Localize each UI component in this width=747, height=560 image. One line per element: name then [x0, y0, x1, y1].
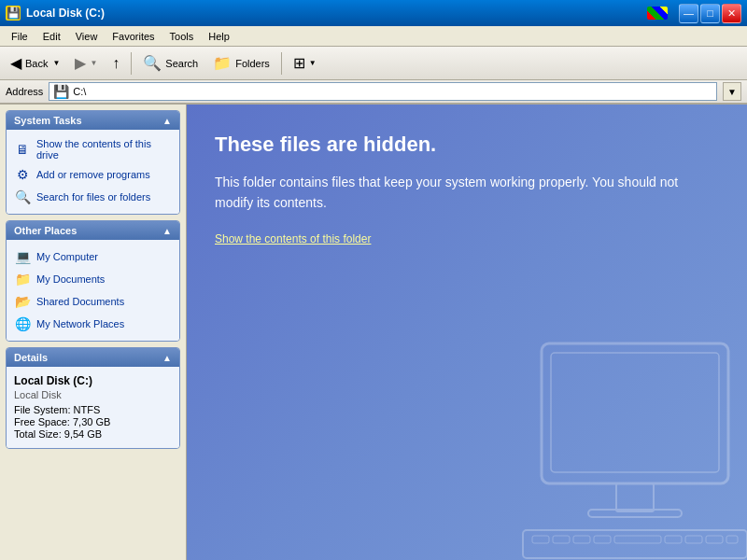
search-label: Search	[165, 58, 198, 69]
task-show-contents[interactable]: 🖥 Show the contents of this drive	[10, 135, 176, 163]
address-go-button[interactable]: ▼	[723, 82, 741, 101]
my-documents-label: My Documents	[36, 273, 105, 285]
svg-rect-10	[665, 536, 682, 543]
left-panel: System Tasks ▲ 🖥 Show the contents of th…	[0, 105, 187, 560]
menu-favorites[interactable]: Favorites	[105, 29, 162, 44]
task-add-remove-label: Add or remove programs	[36, 169, 150, 180]
maximize-button[interactable]: □	[700, 4, 720, 23]
show-contents-link[interactable]: Show the contents of this folder	[215, 232, 719, 245]
views-button[interactable]: ⊞ ▼	[287, 50, 323, 76]
system-tasks-collapse-icon[interactable]: ▲	[162, 116, 172, 126]
minimize-button[interactable]: —	[679, 4, 698, 23]
svg-rect-7	[573, 536, 590, 543]
details-filesystem: File System: NTFS	[14, 404, 172, 415]
system-tasks-section: System Tasks ▲ 🖥 Show the contents of th…	[6, 110, 180, 215]
other-places-header[interactable]: Other Places ▲	[7, 221, 179, 240]
other-network-places[interactable]: 🌐 My Network Places	[10, 313, 176, 335]
folders-icon: 📁	[213, 54, 232, 72]
menu-edit[interactable]: Edit	[35, 29, 68, 44]
svg-rect-1	[551, 353, 719, 472]
svg-rect-13	[726, 536, 738, 543]
back-icon: ◀	[10, 54, 21, 72]
address-bar: Address 💾 C:\ ▼	[0, 80, 747, 105]
menu-help[interactable]: Help	[201, 29, 237, 44]
task-add-remove[interactable]: ⚙ Add or remove programs	[10, 163, 176, 186]
title-bar-left: 💾 Local Disk (C:)	[6, 6, 105, 21]
svg-rect-4	[523, 530, 747, 558]
title-bar-text: Local Disk (C:)	[26, 7, 105, 20]
menu-tools[interactable]: Tools	[162, 29, 202, 44]
system-tasks-body: 🖥 Show the contents of this drive ⚙ Add …	[7, 130, 179, 214]
menu-bar: File Edit View Favorites Tools Help	[0, 26, 747, 47]
svg-rect-6	[553, 536, 570, 543]
views-dropdown-arrow[interactable]: ▼	[309, 59, 317, 67]
views-icon: ⊞	[293, 54, 305, 72]
svg-rect-12	[706, 536, 723, 543]
toolbar-separator-2	[281, 52, 282, 75]
address-input[interactable]: 💾 C:\	[49, 82, 717, 101]
my-computer-label: My Computer	[36, 251, 98, 262]
close-button[interactable]: ✕	[722, 4, 741, 23]
hidden-files-title: These files are hidden.	[215, 133, 719, 157]
my-computer-icon: 💻	[14, 248, 31, 265]
other-my-computer[interactable]: 💻 My Computer	[10, 245, 176, 268]
my-documents-icon: 📁	[14, 271, 31, 287]
hidden-files-description: This folder contains files that keep you…	[215, 172, 682, 214]
back-label: Back	[25, 58, 48, 69]
shared-documents-icon: 📂	[14, 293, 31, 310]
other-places-section: Other Places ▲ 💻 My Computer 📁 My Docume…	[6, 220, 180, 342]
other-shared-documents[interactable]: 📂 Shared Documents	[10, 290, 176, 313]
details-header[interactable]: Details ▲	[7, 348, 179, 367]
content-panel: These files are hidden. This folder cont…	[187, 105, 747, 560]
other-places-collapse-icon[interactable]: ▲	[162, 226, 172, 236]
search-button[interactable]: 🔍 Search	[136, 50, 204, 76]
main-layout: System Tasks ▲ 🖥 Show the contents of th…	[0, 105, 747, 560]
title-bar: 💾 Local Disk (C:) — □ ✕	[0, 0, 747, 26]
search-files-icon: 🔍	[14, 189, 31, 205]
toolbar: ◀ Back ▼ ▶ ▼ ↑ 🔍 Search 📁 Folders ⊞ ▼	[0, 47, 747, 80]
svg-rect-0	[542, 343, 728, 483]
address-value: C:\	[73, 86, 86, 97]
xp-logo	[647, 7, 668, 20]
background-pc-graphic	[504, 334, 747, 560]
other-my-documents[interactable]: 📁 My Documents	[10, 268, 176, 290]
network-places-label: My Network Places	[36, 318, 124, 329]
network-places-icon: 🌐	[14, 315, 31, 332]
details-collapse-icon[interactable]: ▲	[162, 353, 172, 363]
menu-view[interactable]: View	[68, 29, 106, 44]
task-search-files-label: Search for files or folders	[36, 191, 150, 203]
svg-rect-11	[685, 536, 702, 543]
svg-rect-5	[532, 536, 549, 543]
menu-file[interactable]: File	[4, 29, 35, 44]
svg-rect-8	[594, 536, 611, 543]
add-remove-icon: ⚙	[14, 166, 31, 183]
show-contents-icon: 🖥	[14, 141, 31, 158]
up-button[interactable]: ↑	[106, 51, 126, 76]
disk-icon: 💾	[7, 7, 21, 20]
other-places-body: 💻 My Computer 📁 My Documents 📂 Shared Do…	[7, 240, 179, 341]
other-places-label: Other Places	[14, 225, 77, 236]
system-tasks-header[interactable]: System Tasks ▲	[7, 111, 179, 130]
details-section: Details ▲ Local Disk (C:) Local Disk Fil…	[6, 347, 180, 449]
search-icon: 🔍	[143, 54, 162, 72]
task-search-files[interactable]: 🔍 Search for files or folders	[10, 186, 176, 208]
details-label: Details	[14, 352, 48, 363]
svg-rect-9	[614, 536, 661, 543]
up-icon: ↑	[112, 55, 120, 72]
svg-rect-2	[616, 483, 654, 511]
forward-dropdown-arrow[interactable]: ▼	[90, 59, 97, 67]
folders-label: Folders	[235, 58, 270, 69]
system-tasks-label: System Tasks	[14, 115, 82, 126]
task-show-contents-label: Show the contents of this drive	[36, 138, 172, 161]
forward-button[interactable]: ▶ ▼	[68, 50, 104, 76]
details-total-size: Total Size: 9,54 GB	[14, 428, 172, 440]
back-dropdown-arrow[interactable]: ▼	[52, 59, 60, 67]
forward-icon: ▶	[75, 54, 86, 72]
details-drive-title: Local Disk (C:)	[14, 374, 172, 387]
toolbar-separator-1	[131, 52, 132, 75]
details-body: Local Disk (C:) Local Disk File System: …	[7, 367, 179, 448]
title-bar-buttons: — □ ✕	[679, 4, 741, 23]
folders-button[interactable]: 📁 Folders	[206, 50, 276, 76]
back-button[interactable]: ◀ Back ▼	[4, 50, 66, 76]
shared-documents-label: Shared Documents	[36, 296, 124, 307]
